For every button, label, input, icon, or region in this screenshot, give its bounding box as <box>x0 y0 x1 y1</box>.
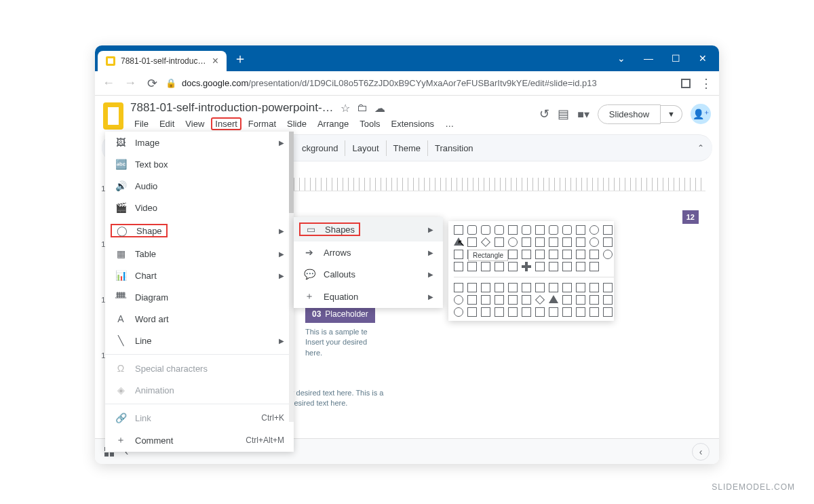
comments-icon[interactable]: ▤ <box>558 106 569 121</box>
shape-option[interactable] <box>562 237 572 247</box>
shape-option[interactable] <box>549 225 558 235</box>
shape-option[interactable] <box>522 250 531 259</box>
url-field[interactable]: 🔒 docs.google.com/presentation/d/1D9CiL0… <box>166 78 673 88</box>
minimize-button[interactable]: — <box>635 45 662 71</box>
shape-option[interactable] <box>589 262 599 271</box>
new-tab-button[interactable]: ＋ <box>233 50 247 68</box>
shape-option[interactable] <box>522 307 531 317</box>
shape-option[interactable] <box>454 262 463 271</box>
shape-option[interactable] <box>508 262 518 271</box>
shape-option[interactable] <box>549 237 558 247</box>
shape-option[interactable] <box>562 225 572 235</box>
shape-option[interactable] <box>481 295 490 305</box>
insert-item-diagram[interactable]: ᚙDiagram <box>105 286 294 308</box>
shape-option[interactable] <box>467 237 477 247</box>
share-button[interactable]: 👤⁺ <box>691 104 711 124</box>
shape-option[interactable] <box>495 307 504 317</box>
shape-option[interactable] <box>454 250 463 259</box>
shape-option[interactable] <box>549 250 558 259</box>
insert-item-word-art[interactable]: AWord art <box>105 308 294 330</box>
shape-option[interactable] <box>549 283 558 292</box>
shape-option[interactable] <box>603 225 613 235</box>
toolbar-transition[interactable]: Transition <box>427 140 480 156</box>
browser-tab[interactable]: 7881-01-self-introduction-powe × <box>98 51 227 71</box>
insert-item-text-box[interactable]: 🔤Text box <box>105 153 294 175</box>
meet-button[interactable]: ■▾ <box>577 108 589 121</box>
shape-option[interactable] <box>522 262 531 271</box>
shape-option[interactable] <box>603 237 613 247</box>
shape-cat-callouts[interactable]: 💬Callouts▶ <box>294 263 443 285</box>
menu-edit[interactable]: Edit <box>155 117 178 130</box>
shape-option[interactable] <box>589 307 599 317</box>
shape-option[interactable] <box>467 225 477 235</box>
shape-option[interactable] <box>603 250 613 259</box>
shape-option[interactable] <box>508 237 518 247</box>
back-button[interactable]: ← <box>100 76 117 90</box>
menu-format[interactable]: Format <box>244 117 280 130</box>
shape-option[interactable] <box>562 295 572 305</box>
shape-option[interactable] <box>535 307 545 317</box>
forward-button[interactable]: → <box>122 76 138 90</box>
insert-item-video[interactable]: 🎬Video <box>105 197 294 218</box>
insert-item-image[interactable]: 🖼Image▶ <box>105 132 294 153</box>
toolbar-ckground[interactable]: ckground <box>295 140 345 156</box>
shape-option[interactable] <box>576 262 585 271</box>
menu-insert[interactable]: Insert <box>211 117 241 130</box>
shape-option[interactable] <box>467 307 477 317</box>
shape-option[interactable] <box>508 307 518 317</box>
menu-arrange[interactable]: Arrange <box>313 117 353 130</box>
slideshow-dropdown-button[interactable]: ▼ <box>661 105 682 123</box>
shape-option[interactable] <box>522 237 531 247</box>
shape-option[interactable] <box>535 262 545 271</box>
shape-option[interactable] <box>508 225 518 235</box>
shape-option[interactable] <box>535 283 545 292</box>
shape-cat-equation[interactable]: ＋Equation▶ <box>294 285 443 308</box>
insert-item-audio[interactable]: 🔊Audio <box>105 175 294 197</box>
shape-option[interactable] <box>467 262 477 271</box>
collapse-toolbar-icon[interactable]: ⌃ <box>697 143 704 153</box>
shape-option[interactable] <box>467 283 477 292</box>
shape-option[interactable] <box>535 295 545 305</box>
shape-option[interactable] <box>562 307 572 317</box>
insert-item-comment[interactable]: ＋CommentCtrl+Alt+M <box>105 429 294 452</box>
shape-option[interactable] <box>522 225 531 235</box>
shape-option[interactable] <box>576 237 585 247</box>
shape-option[interactable] <box>481 237 490 247</box>
shape-option[interactable] <box>603 307 613 317</box>
shape-option[interactable] <box>589 237 599 247</box>
shape-option[interactable] <box>589 225 599 235</box>
shape-option[interactable] <box>495 295 504 305</box>
shape-option[interactable] <box>576 307 585 317</box>
shape-option[interactable] <box>576 295 585 305</box>
toolbar-layout[interactable]: Layout <box>345 140 385 156</box>
shape-option[interactable] <box>576 250 585 259</box>
shape-option[interactable] <box>603 283 613 292</box>
menu-view[interactable]: View <box>181 117 208 130</box>
shape-option[interactable] <box>481 307 490 317</box>
insert-item-table[interactable]: ▦Table▶ <box>105 243 294 265</box>
close-button[interactable]: ✕ <box>689 45 716 71</box>
shape-option[interactable] <box>454 283 463 292</box>
menu-slide[interactable]: Slide <box>283 117 311 130</box>
shape-option[interactable] <box>495 262 504 271</box>
shape-option[interactable] <box>522 283 531 292</box>
insert-item-line[interactable]: ╲Line▶ <box>105 330 294 351</box>
shape-option[interactable] <box>481 225 490 235</box>
kebab-menu-icon[interactable]: ⋮ <box>699 76 714 91</box>
shape-option[interactable] <box>535 225 545 235</box>
shape-option[interactable] <box>535 237 545 247</box>
shape-option[interactable] <box>495 237 504 247</box>
move-icon[interactable]: 🗀 <box>357 102 368 114</box>
shape-option[interactable] <box>589 295 599 305</box>
chevron-down-icon[interactable]: ⌄ <box>608 45 635 71</box>
shape-option[interactable] <box>495 225 504 235</box>
shape-option[interactable] <box>467 295 477 305</box>
shape-option[interactable] <box>562 250 572 259</box>
doc-title[interactable]: 7881-01-self-introduction-powerpoint-tem… <box>130 101 334 115</box>
reload-button[interactable]: ⟳ <box>144 76 160 91</box>
shape-option[interactable] <box>454 225 463 235</box>
shape-option[interactable] <box>522 295 531 305</box>
shape-option[interactable] <box>562 262 572 271</box>
tab-close-icon[interactable]: × <box>212 55 218 67</box>
menu-extensions[interactable]: Extensions <box>387 117 439 130</box>
